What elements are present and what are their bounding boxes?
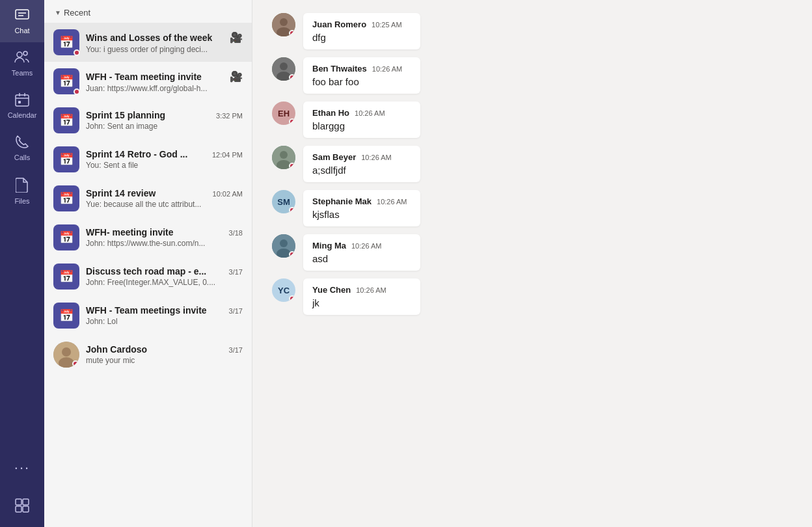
message-text: jk — [312, 297, 411, 308]
message-time: 10:26 AM — [377, 198, 407, 206]
chat-item[interactable]: 📅 WFH- meeting invite 3/18 John: https:/… — [44, 218, 252, 257]
message-item: YC Yue Chen 10:26 AM jk — [272, 278, 792, 315]
avatar-initials: SM — [277, 197, 290, 207]
chat-item[interactable]: 📅 WFH - Team meetings invite 3/17 John: … — [44, 296, 252, 335]
chat-avatar: 📅 — [53, 264, 79, 290]
chat-title-row: WFH- meeting invite 3/18 — [86, 227, 243, 237]
chat-list-panel: ▼ Recent 📅 Wins and Losses of the week 🎥… — [44, 0, 252, 527]
message-time: 10:26 AM — [372, 65, 402, 73]
video-icon: 🎥 — [230, 70, 243, 83]
chat-name: WFH- meeting invite — [86, 227, 174, 237]
chat-item[interactable]: 📅 Wins and Losses of the week 🎥 You: i g… — [44, 23, 252, 62]
message-text: dfg — [312, 32, 411, 43]
message-sender: Juan Romero — [312, 20, 366, 29]
message-time: 10:26 AM — [351, 242, 381, 250]
main-conversation-area: Juan Romero 10:25 AM dfg Ben Thwaites 10 — [252, 0, 812, 527]
chat-item[interactable]: 📅 Sprint 14 Retro - God ... 12:04 PM You… — [44, 140, 252, 179]
person-avatar — [53, 342, 79, 368]
online-indicator — [289, 295, 295, 302]
message-bubble: Sam Beyer 10:26 AM a;sdlfjdf — [303, 146, 420, 182]
recent-header: ▼ Recent — [44, 0, 252, 23]
chat-preview: Juan: https://www.kff.org/global-h... — [86, 84, 243, 93]
chat-icon — [15, 8, 29, 24]
message-avatar — [272, 234, 295, 258]
chat-preview: You: Sent a file — [86, 161, 243, 170]
message-bubble: Yue Chen 10:26 AM jk — [303, 278, 420, 315]
sidebar-chat-label: Chat — [14, 27, 29, 34]
chat-item[interactable]: 📅 Sprint 15 planning 3:32 PM John: Sent … — [44, 101, 252, 140]
calendar-avatar-icon: 📅 — [59, 35, 74, 49]
sidebar-calls-label: Calls — [14, 154, 30, 161]
chat-item[interactable]: John Cardoso 3/17 mute your mic — [44, 335, 252, 374]
chat-avatar: 📅 — [53, 185, 79, 211]
message-sender: Stephanie Mak — [312, 196, 372, 206]
message-avatar — [272, 146, 295, 169]
message-bubble: Ethan Ho 10:26 AM blarggg — [303, 101, 420, 138]
chat-time: 3/17 — [229, 307, 243, 315]
chat-time: 3/17 — [229, 346, 243, 354]
chat-avatar: 📅 — [53, 68, 79, 94]
sidebar-item-calendar[interactable]: Calendar — [0, 85, 44, 127]
svg-rect-0 — [16, 10, 29, 19]
message-header: Ming Ma 10:26 AM — [312, 241, 411, 250]
online-indicator — [289, 118, 295, 125]
message-time: 10:26 AM — [355, 109, 385, 117]
sidebar-item-more[interactable]: ··· — [0, 453, 44, 483]
svg-point-4 — [23, 51, 27, 55]
svg-point-24 — [280, 151, 288, 159]
chat-name: WFH - Team meetings invite — [86, 305, 207, 316]
sidebar-item-files[interactable]: Files — [0, 169, 44, 213]
svg-rect-10 — [16, 499, 21, 505]
sidebar-calendar-label: Calendar — [8, 111, 37, 119]
chat-avatar: 📅 — [53, 146, 79, 172]
chat-title-row: Discuss tech road map - e... 3/17 — [86, 266, 243, 277]
svg-point-3 — [17, 52, 22, 57]
chat-content: WFH - Team meetings invite 3/17 John: Lo… — [86, 305, 243, 326]
sidebar-item-teams[interactable]: Teams — [0, 42, 44, 85]
chat-avatar: 📅 — [53, 303, 79, 329]
chat-item[interactable]: 📅 Discuss tech road map - e... 3/17 John… — [44, 257, 252, 296]
chat-item[interactable]: 📅 WFH - Team meeting invite 🎥 Juan: http… — [44, 62, 252, 101]
online-indicator — [72, 360, 79, 367]
message-avatar: SM — [272, 190, 295, 213]
sidebar-item-calls[interactable]: Calls — [0, 127, 44, 169]
svg-rect-11 — [23, 499, 29, 505]
message-sender: Sam Beyer — [312, 152, 356, 162]
message-sender: Yue Chen — [312, 285, 351, 295]
recent-arrow-icon: ▼ — [55, 9, 61, 16]
calendar-icon — [15, 92, 29, 109]
calendar-avatar-icon: 📅 — [59, 152, 74, 167]
chat-preview: John: Lol — [86, 317, 243, 326]
message-time: 10:25 AM — [372, 21, 401, 29]
chat-preview: John: https://www.the-sun.com/n... — [86, 239, 243, 248]
video-icon: 🎥 — [230, 31, 243, 44]
chat-time: 3:32 PM — [216, 112, 243, 120]
message-text: kjsflas — [312, 209, 411, 220]
message-item: Ming Ma 10:26 AM asd — [272, 234, 792, 271]
message-bubble: Ben Thwaites 10:26 AM foo bar foo — [303, 57, 420, 94]
files-icon — [16, 177, 29, 195]
chat-name: Wins and Losses of the week — [86, 33, 212, 43]
chat-avatar: 📅 — [53, 29, 79, 55]
message-header: Juan Romero 10:25 AM — [312, 20, 411, 29]
svg-rect-12 — [16, 506, 21, 512]
sidebar-item-bottom[interactable] — [0, 491, 44, 522]
chat-content: WFH- meeting invite 3/18 John: https://w… — [86, 227, 243, 248]
chat-content: Discuss tech road map - e... 3/17 John: … — [86, 266, 243, 287]
message-time: 10:26 AM — [356, 286, 386, 294]
online-indicator — [74, 49, 80, 56]
online-indicator — [289, 74, 295, 81]
message-text: a;sdlfjdf — [312, 165, 411, 176]
message-header: Sam Beyer 10:26 AM — [312, 152, 411, 162]
message-bubble: Ming Ma 10:26 AM asd — [303, 234, 420, 271]
chat-item[interactable]: 📅 Sprint 14 review 10:02 AM Yue: because… — [44, 179, 252, 218]
message-bubble: Juan Romero 10:25 AM dfg — [303, 13, 420, 49]
sidebar-item-chat[interactable]: Chat — [0, 0, 44, 42]
message-avatar: YC — [272, 278, 295, 302]
sidebar-teams-label: Teams — [12, 69, 33, 77]
chat-content: Wins and Losses of the week 🎥 You: i gue… — [86, 31, 243, 54]
message-item: EH Ethan Ho 10:26 AM blarggg — [272, 101, 792, 138]
svg-rect-5 — [16, 95, 29, 106]
chat-name: Sprint 15 planning — [86, 110, 165, 120]
message-avatar: EH — [272, 101, 295, 125]
